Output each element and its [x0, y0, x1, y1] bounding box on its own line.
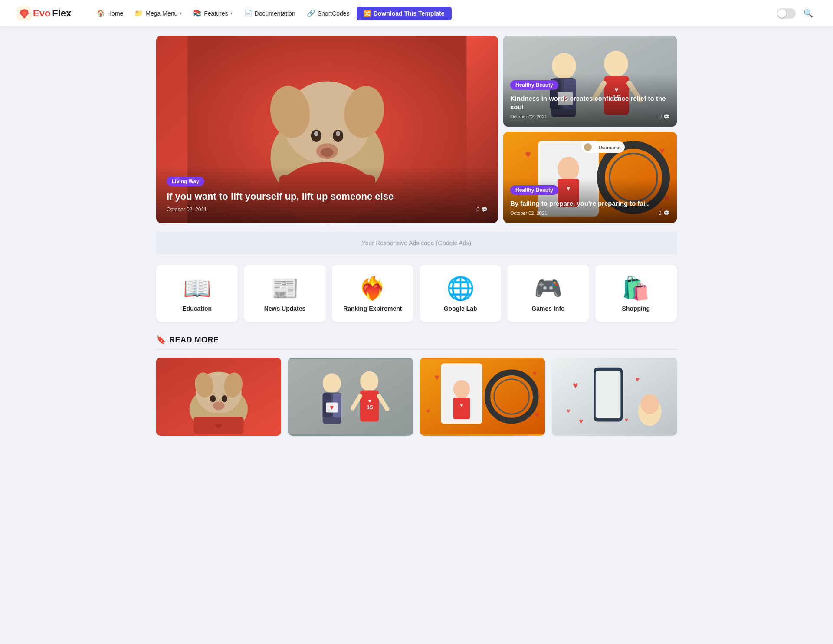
svg-text:♥: ♥	[579, 417, 583, 425]
ranking-label: Ranking Expirement	[343, 305, 402, 312]
hero-main-card[interactable]: ❤ Living Way If you want to lift yoursel…	[156, 36, 498, 223]
hero-sub1-meta: October 02, 2021 0 💬	[510, 114, 670, 120]
google-lab-icon: 🌐	[426, 277, 494, 299]
download-button[interactable]: 🔀 Download This Template	[357, 7, 452, 20]
sub1-comment-icon: 💬	[663, 114, 670, 120]
download-label: Download This Template	[374, 10, 445, 17]
svg-text:❤: ❤	[215, 421, 223, 431]
article-card-4[interactable]: ♥ ♥ ♥ ♥ ♥ ♥	[552, 358, 677, 436]
svg-point-56	[323, 373, 341, 393]
svg-text:♥: ♥	[426, 407, 430, 414]
nav-documentation[interactable]: 📄 Documentation	[239, 7, 300, 20]
svg-point-42	[584, 143, 592, 151]
svg-text:♥: ♥	[573, 380, 578, 390]
svg-text:♥: ♥	[368, 398, 371, 404]
main-content: ❤ Living Way If you want to lift yoursel…	[148, 27, 685, 436]
bookmark-icon: 🔖	[156, 335, 166, 345]
hero-sub2-card[interactable]: ♥ ♥ ♥ ♥ ♥ Username Healthy Beauty By fai…	[503, 132, 677, 223]
hero-sub1-badge: Healthy Beauty	[510, 80, 558, 90]
svg-text:♥: ♥	[535, 410, 539, 419]
nav-shortcodes[interactable]: 🔗 ShortCodes	[302, 7, 354, 20]
hero-sub2-overlay: Healthy Beauty By failing to prepare, yo…	[503, 178, 677, 223]
hero-sub1-comments: 0 💬	[659, 114, 670, 120]
svg-point-50	[222, 395, 227, 402]
category-google-lab[interactable]: 🌐 Google Lab	[420, 265, 501, 322]
svg-text:♥: ♥	[567, 407, 571, 414]
chevron-down-icon-2: ▾	[230, 11, 233, 16]
logo[interactable]: EvoFlex	[17, 7, 78, 20]
dark-mode-toggle[interactable]	[777, 8, 796, 19]
hero-main-comment-count: 0	[476, 207, 479, 213]
svg-rect-75	[453, 398, 470, 419]
nav-shortcodes-label: ShortCodes	[318, 10, 350, 17]
hero-main-badge: Living Way	[167, 177, 204, 186]
hero-sub1-date: October 02, 2021	[510, 114, 547, 119]
svg-point-91	[640, 394, 659, 414]
svg-text:1: 1	[331, 412, 333, 417]
navbar: EvoFlex 🏠 Home 📁 Mega Menu ▾ 📚 Features …	[0, 0, 833, 27]
ads-banner-text: Your Responsive Ads code (Google Ads)	[362, 240, 471, 246]
svg-point-8	[314, 131, 318, 136]
chevron-down-icon: ▾	[180, 11, 182, 16]
svg-text:♥: ♥	[460, 403, 463, 408]
megamenu-icon: 📁	[134, 9, 143, 17]
hero-sub2-date: October 02, 2021	[510, 210, 547, 216]
hero-sub2-comment-count: 3	[659, 210, 662, 216]
nav-right: 🔍	[777, 7, 816, 20]
category-education[interactable]: 📖 Education	[156, 265, 238, 322]
category-ranking[interactable]: ❤️‍🔥 Ranking Expirement	[332, 265, 413, 322]
shopping-icon: 🛍️	[602, 277, 670, 299]
sub2-comment-icon: 💬	[663, 210, 670, 216]
section-title: READ MORE	[169, 335, 219, 345]
hero-main-meta: October 02, 2021 0 💬	[167, 207, 488, 213]
nav-features[interactable]: 📚 Features ▾	[189, 7, 236, 20]
hero-sub1-card[interactable]: ♥ ♥ 15 Healthy Beauty Kindness in words …	[503, 36, 677, 127]
download-icon: 🔀	[364, 10, 371, 17]
hero-main-date: October 02, 2021	[167, 207, 207, 213]
logo-evo: Evo	[33, 8, 50, 19]
category-news-updates[interactable]: 📰 News Updates	[244, 265, 325, 322]
hero-main-title: If you want to lift yourself up, lift up…	[167, 191, 488, 203]
svg-point-23	[604, 51, 628, 77]
svg-text:♥: ♥	[625, 417, 628, 423]
article-card-1[interactable]: ❤	[156, 358, 281, 436]
svg-text:♥: ♥	[435, 373, 439, 382]
article-img-1: ❤	[156, 358, 281, 436]
logo-icon	[17, 7, 31, 20]
hero-sub2-meta: October 02, 2021 3 💬	[510, 210, 670, 216]
articles-grid: ❤	[156, 358, 677, 436]
nav-mega-menu[interactable]: 📁 Mega Menu ▾	[130, 7, 186, 20]
section-header: 🔖 READ MORE	[156, 335, 677, 350]
svg-point-9	[336, 131, 340, 136]
hero-sub2-title: By failing to prepare, you're preparing …	[510, 199, 670, 208]
search-button[interactable]: 🔍	[801, 7, 816, 20]
hero-main-overlay: Living Way If you want to lift yourself …	[156, 166, 498, 223]
hero-sub2-badge: Healthy Beauty	[510, 185, 558, 195]
svg-text:♥: ♥	[635, 375, 640, 384]
education-label: Education	[182, 305, 212, 312]
games-label: Games Info	[531, 305, 564, 312]
svg-text:♥: ♥	[330, 404, 334, 411]
svg-rect-55	[288, 359, 413, 434]
education-icon: 📖	[163, 277, 231, 299]
read-more-section: 🔖 READ MORE	[156, 335, 677, 436]
article-card-2[interactable]: ♥ 1 ♥ 15	[288, 358, 413, 436]
hero-grid: ❤ Living Way If you want to lift yoursel…	[156, 36, 677, 223]
article-img-3: ♥ ♥ ♥ ♥ ♥	[420, 358, 545, 436]
nav-docs-label: Documentation	[255, 10, 295, 17]
svg-rect-83	[596, 371, 621, 418]
comment-icon: 💬	[481, 207, 488, 213]
category-games-info[interactable]: 🎮 Games Info	[507, 265, 589, 322]
hero-sub1-title: Kindness in words creates confidence rel…	[510, 94, 670, 111]
news-label: News Updates	[264, 305, 306, 312]
nav-links: 🏠 Home 📁 Mega Menu ▾ 📚 Features ▾ 📄 Docu…	[92, 7, 763, 20]
nav-home[interactable]: 🏠 Home	[92, 7, 128, 20]
games-icon: 🎮	[514, 277, 582, 299]
svg-point-51	[213, 402, 225, 410]
news-icon: 📰	[251, 277, 318, 299]
shortcodes-icon: 🔗	[307, 9, 315, 17]
article-card-3[interactable]: ♥ ♥ ♥ ♥ ♥	[420, 358, 545, 436]
hero-sub2-comments: 3 💬	[659, 210, 670, 216]
article-img-4: ♥ ♥ ♥ ♥ ♥ ♥	[552, 358, 677, 436]
category-shopping[interactable]: 🛍️ Shopping	[595, 265, 677, 322]
